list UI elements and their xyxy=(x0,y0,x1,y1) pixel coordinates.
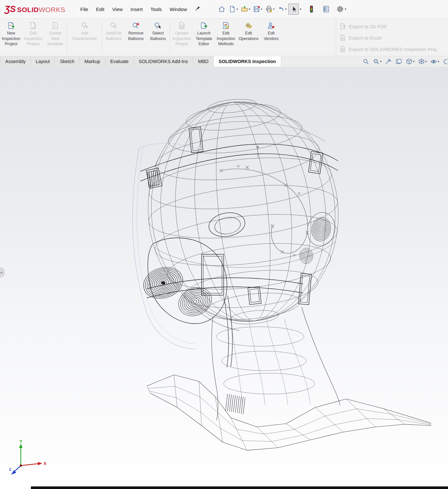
edit-inspection-methods-button[interactable]: EditInspectionMethods xyxy=(215,19,237,56)
wireframe-head-model[interactable] xyxy=(0,67,448,486)
ribbon-separator xyxy=(102,21,102,53)
previous-view-icon[interactable] xyxy=(395,58,402,65)
home-icon[interactable] xyxy=(217,4,227,14)
remove-balloons-button[interactable]: RemoveBalloons xyxy=(125,19,147,56)
export-to-2d-pdf-button: Export to 2D PDF xyxy=(339,23,448,30)
document-properties-icon[interactable] xyxy=(321,4,331,14)
display-style-icon[interactable]: ▾ xyxy=(418,58,427,65)
new-inspection-project-button[interactable]: NewInspectionProject xyxy=(0,19,22,56)
status-strip xyxy=(0,486,448,489)
edit-operations-button[interactable]: EditOperations xyxy=(237,19,260,56)
export-panel: Export to 2D PDF Export to Excel Export … xyxy=(336,19,448,56)
add-edit-balloons-button: Add/EditBalloons xyxy=(103,19,125,56)
inspection-ribbon: NewInspectionProject EditInspectionProje… xyxy=(0,18,448,56)
undo-icon[interactable]: ▾ xyxy=(276,4,288,14)
tab-markup[interactable]: Markup xyxy=(80,56,105,67)
edit-vendors-button[interactable]: EditVendors xyxy=(260,19,282,56)
svg-text:!: ! xyxy=(271,11,271,12)
select-tool-button[interactable] xyxy=(288,4,299,15)
print-icon[interactable]: ! ▾ xyxy=(264,4,276,14)
menu-tools[interactable]: Tools xyxy=(147,4,166,15)
zoom-to-fit-icon[interactable] xyxy=(362,58,369,65)
edit-inspection-project-button: EditInspectionProject xyxy=(22,19,44,56)
solidworks-logo: ƷS SOLIDWORKS xyxy=(5,4,65,14)
menu-edit[interactable]: Edit xyxy=(92,4,108,15)
menu-bar: ƷS SOLIDWORKS File Edit View Insert Tool… xyxy=(0,0,448,18)
select-tool-caret[interactable]: ▾ xyxy=(300,7,301,11)
zoom-to-area-icon[interactable]: ▾ xyxy=(373,58,382,65)
create-new-template-button: CreateNewtemplate xyxy=(44,19,66,56)
menu-items: File Edit View Insert Tools Window xyxy=(76,4,203,15)
traffic-light-icon[interactable] xyxy=(307,4,316,15)
save-icon[interactable]: ▾ xyxy=(252,4,263,14)
3ds-logo-icon: ƷS xyxy=(5,4,16,14)
open-icon[interactable]: ▾ xyxy=(240,4,251,14)
new-document-icon[interactable]: ▾ xyxy=(227,4,239,14)
select-balloons-button[interactable]: SelectBalloons xyxy=(147,19,169,56)
menu-insert[interactable]: Insert xyxy=(126,4,147,15)
menu-file[interactable]: File xyxy=(76,4,92,15)
section-view-icon[interactable] xyxy=(385,58,392,65)
menu-window[interactable]: Window xyxy=(166,4,191,15)
heads-up-view-toolbar: ▾ ▾ ▾ ▾ xyxy=(362,56,448,67)
tab-layout[interactable]: Layout xyxy=(31,56,55,67)
launch-template-editor-button[interactable]: LaunchTemplateEditor xyxy=(193,19,215,56)
ribbon-separator xyxy=(67,21,67,53)
tab-assembly[interactable]: Assembly xyxy=(0,56,31,67)
export-to-excel-button: Export to Excel xyxy=(339,34,448,41)
tab-solidworks-inspection[interactable]: SOLIDWORKS Inspection xyxy=(214,56,281,67)
triad-z-label: Z xyxy=(9,468,11,471)
view-orientation-icon[interactable]: ▾ xyxy=(406,58,415,65)
button-label: New xyxy=(2,31,20,36)
tab-evaluate[interactable]: Evaluate xyxy=(105,56,134,67)
pin-menu-icon[interactable] xyxy=(192,4,203,14)
hide-show-items-icon[interactable]: ▾ xyxy=(430,58,439,65)
triad-y-label: Y xyxy=(20,439,22,444)
export-to-solidworks-inspection-project-button: Export to SOLIDWORKS Inspection Proj xyxy=(339,46,448,52)
orientation-triad: Y X Z xyxy=(8,439,47,478)
menu-view[interactable]: View xyxy=(108,4,126,15)
update-inspection-project-button: UpdateInspectionProject xyxy=(171,19,193,56)
command-tab-bar: Assembly Layout Sketch Markup Evaluate S… xyxy=(0,56,448,67)
tab-sketch[interactable]: Sketch xyxy=(55,56,79,67)
add-characteristic-button: AddCharacteristic xyxy=(68,19,101,56)
tab-solidworks-add-ins[interactable]: SOLIDWORKS Add-Ins xyxy=(134,56,193,67)
ribbon-separator xyxy=(170,21,170,53)
options-gear-icon[interactable]: ▾ xyxy=(335,4,347,15)
appearances-icon[interactable] xyxy=(443,58,447,65)
tab-mbd[interactable]: MBD xyxy=(193,56,214,67)
triad-x-label: X xyxy=(44,461,46,466)
quick-toolbar: ▾ ▾ ▾ ! ▾ ▾ ▾ ▾ xyxy=(217,4,347,15)
graphics-viewport[interactable]: Y X Z xyxy=(0,67,448,486)
